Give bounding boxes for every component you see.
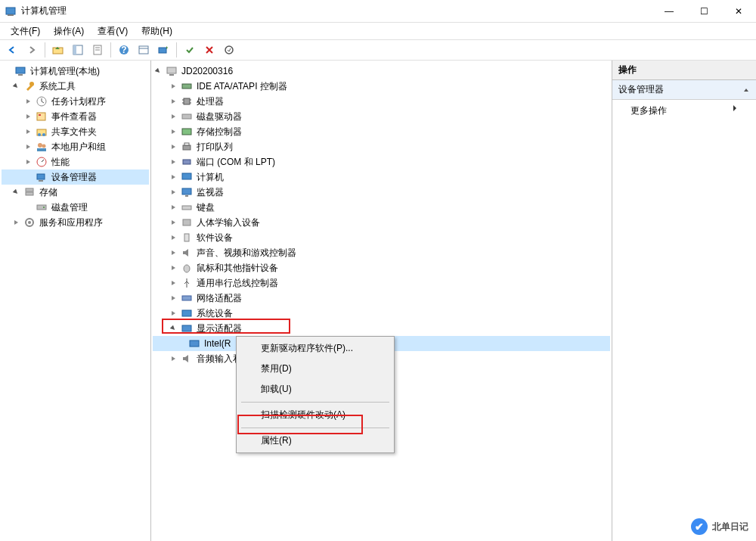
actions-sub-header[interactable]: 设备管理器 <box>612 80 756 100</box>
view-button[interactable] <box>135 41 153 59</box>
app-icon <box>5 5 17 17</box>
device-software[interactable]: 软件设备 <box>153 230 610 245</box>
tree-event-viewer[interactable]: 事件查看器 <box>2 109 149 124</box>
expander-closed-icon[interactable] <box>168 126 178 137</box>
expander-open-icon[interactable] <box>168 323 178 334</box>
svg-rect-55 <box>182 296 191 300</box>
expander-closed-icon[interactable] <box>168 217 178 228</box>
wrench-icon <box>23 80 36 92</box>
tree-disk-management[interactable]: 磁盘管理 <box>2 200 149 215</box>
computer-icon <box>14 65 26 77</box>
back-button[interactable] <box>3 41 21 59</box>
svg-rect-37 <box>182 84 191 89</box>
collapse-icon[interactable] <box>742 86 750 94</box>
menu-help[interactable]: 帮助(H) <box>135 23 178 39</box>
device-disk-drives[interactable]: 磁盘驱动器 <box>153 109 610 124</box>
expander-closed-icon[interactable] <box>168 353 178 364</box>
maximize-button[interactable]: ☐ <box>686 0 721 23</box>
expander-closed-icon[interactable] <box>168 96 178 107</box>
svg-rect-18 <box>37 113 45 120</box>
tree-root-computer-management[interactable]: 计算机管理(本地) <box>2 64 149 79</box>
minimize-button[interactable]: — <box>652 0 686 23</box>
expander-closed-icon[interactable] <box>168 293 178 303</box>
device-mice[interactable]: 鼠标和其他指针设备 <box>153 260 610 275</box>
tree-services[interactable]: 服务和应用程序 <box>2 215 149 230</box>
disk-icon <box>36 201 48 213</box>
expander-closed-icon[interactable] <box>23 157 33 167</box>
svg-rect-51 <box>182 206 191 210</box>
svg-rect-56 <box>182 310 191 316</box>
uninstall-button[interactable] <box>220 41 238 59</box>
tree-performance[interactable]: 性能 <box>2 154 149 169</box>
ctx-update-driver[interactable]: 更新驱动程序软件(P)... <box>238 338 392 359</box>
context-menu: 更新驱动程序软件(P)... 禁用(D) 卸载(U) 扫描检测硬件改动(A) 属… <box>236 336 395 453</box>
expander-closed-icon[interactable] <box>168 111 178 122</box>
expander-closed-icon[interactable] <box>11 217 21 228</box>
expander-closed-icon[interactable] <box>168 247 178 258</box>
expander-open-icon[interactable] <box>11 187 21 197</box>
tree-storage[interactable]: 存储 <box>2 185 149 200</box>
device-manager-icon <box>36 171 48 183</box>
expander-closed-icon[interactable] <box>168 308 178 319</box>
expander-open-icon[interactable] <box>153 66 163 76</box>
device-keyboards[interactable]: 键盘 <box>153 200 610 215</box>
expander-closed-icon[interactable] <box>23 111 33 122</box>
device-usb[interactable]: 通用串行总线控制器 <box>153 275 610 291</box>
tree-shared-folders[interactable]: 共享文件夹 <box>2 124 149 139</box>
device-print-queue[interactable]: 打印队列 <box>153 139 610 154</box>
scan-button[interactable] <box>154 41 172 59</box>
expander-closed-icon[interactable] <box>168 202 178 213</box>
device-display-adapters[interactable]: 显示适配器 <box>153 321 610 336</box>
audio-icon <box>181 353 193 365</box>
performance-icon <box>36 156 48 168</box>
menu-action[interactable]: 操作(A) <box>48 23 90 39</box>
ctx-separator <box>241 428 389 428</box>
tree-local-users[interactable]: 本地用户和组 <box>2 139 149 154</box>
expander-closed-icon[interactable] <box>168 263 178 273</box>
expander-closed-icon[interactable] <box>168 172 178 182</box>
ctx-scan-hardware[interactable]: 扫描检测硬件改动(A) <box>238 405 392 425</box>
menu-view[interactable]: 查看(V) <box>91 23 134 39</box>
device-processors[interactable]: 处理器 <box>153 94 610 109</box>
expander-closed-icon[interactable] <box>23 141 33 152</box>
computer-icon <box>166 65 178 77</box>
enable-button[interactable] <box>181 41 199 59</box>
folder-up-button[interactable] <box>49 41 67 59</box>
expander-open-icon[interactable] <box>11 81 21 92</box>
device-monitors[interactable]: 监视器 <box>153 185 610 200</box>
tree-task-scheduler[interactable]: 任务计划程序 <box>2 94 149 109</box>
expander-closed-icon[interactable] <box>168 81 178 92</box>
device-network[interactable]: 网络适配器 <box>153 291 610 306</box>
forward-button[interactable] <box>23 41 41 59</box>
expander-closed-icon[interactable] <box>168 232 178 243</box>
expander-closed-icon[interactable] <box>168 187 178 197</box>
expander-closed-icon[interactable] <box>23 96 33 107</box>
disable-button[interactable] <box>200 41 218 59</box>
help-button[interactable]: ? <box>115 41 133 59</box>
actions-more[interactable]: 更多操作 <box>612 100 756 122</box>
expander-closed-icon[interactable] <box>23 126 33 137</box>
show-hide-tree-button[interactable] <box>69 41 87 59</box>
properties-button[interactable] <box>88 41 107 59</box>
tree-system-tools[interactable]: 系统工具 <box>2 79 149 94</box>
device-ports[interactable]: 端口 (COM 和 LPT) <box>153 154 610 169</box>
ctx-properties[interactable]: 属性(R) <box>238 431 392 451</box>
close-button[interactable]: ✕ <box>721 0 756 23</box>
device-ide[interactable]: IDE ATA/ATAPI 控制器 <box>153 79 610 94</box>
expander-closed-icon[interactable] <box>168 157 178 167</box>
menu-file[interactable]: 文件(F) <box>5 23 46 39</box>
device-tree-computer[interactable]: JD20200316 <box>153 64 610 79</box>
device-system[interactable]: 系统设备 <box>153 306 610 321</box>
device-sound[interactable]: 声音、视频和游戏控制器 <box>153 245 610 260</box>
svg-rect-48 <box>182 173 191 179</box>
tree-device-manager[interactable]: 设备管理器 <box>2 169 149 185</box>
ctx-disable[interactable]: 禁用(D) <box>238 359 392 379</box>
device-hid[interactable]: 人体学输入设备 <box>153 215 610 230</box>
ctx-uninstall[interactable]: 卸载(U) <box>238 379 392 400</box>
device-computers[interactable]: 计算机 <box>153 169 610 185</box>
svg-rect-29 <box>26 188 33 191</box>
expander-closed-icon[interactable] <box>168 278 178 288</box>
ctx-separator <box>241 402 389 403</box>
device-storage-ctrl[interactable]: 存储控制器 <box>153 124 610 139</box>
expander-closed-icon[interactable] <box>168 141 178 152</box>
